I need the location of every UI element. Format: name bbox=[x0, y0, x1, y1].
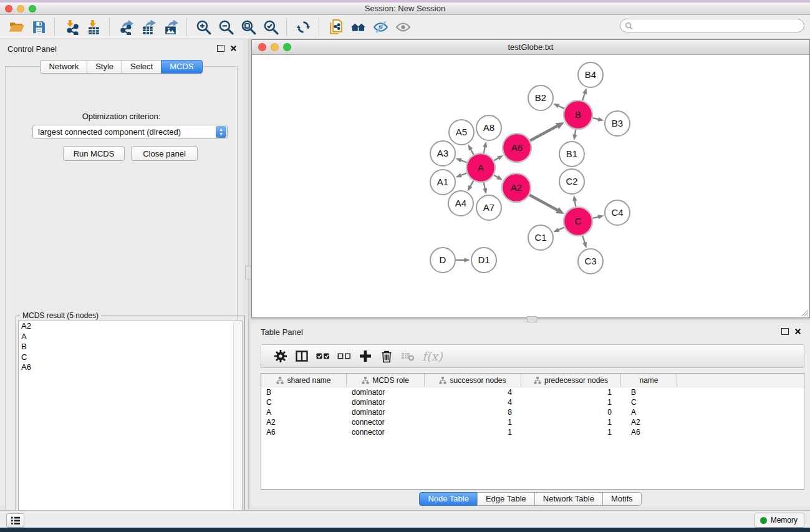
table-row[interactable]: Adominator80A bbox=[261, 407, 804, 417]
tab-mcds[interactable]: MCDS bbox=[161, 60, 202, 74]
edge-C-C4[interactable] bbox=[592, 217, 599, 218]
network-view[interactable]: AA1A2A3A4A5A6A7A8BB1B2B3B4CC1C2C3C4DD1 bbox=[252, 55, 809, 317]
float-panel-icon[interactable] bbox=[217, 45, 224, 52]
edge-A2-C[interactable] bbox=[529, 195, 557, 210]
table-row[interactable]: Bdominator41B bbox=[261, 387, 804, 397]
close-network-button[interactable] bbox=[258, 43, 266, 51]
run-mcds-button[interactable]: Run MCDS bbox=[63, 146, 125, 161]
tab-network-table[interactable]: Network Table bbox=[534, 492, 603, 506]
apply-layout-button[interactable] bbox=[292, 17, 314, 37]
home-button[interactable] bbox=[347, 17, 369, 37]
edge-A-A6[interactable] bbox=[494, 158, 499, 160]
table-row[interactable]: A2connector11A2 bbox=[261, 417, 804, 427]
tab-select[interactable]: Select bbox=[122, 60, 162, 74]
zoom-out-button[interactable] bbox=[215, 17, 237, 37]
table-row[interactable]: A6connector11A6 bbox=[261, 427, 804, 437]
mcds-result-item[interactable]: A6 bbox=[19, 362, 242, 373]
tab-node-table[interactable]: Node Table bbox=[419, 492, 478, 506]
column-header-name[interactable]: name bbox=[621, 374, 677, 387]
search-field[interactable] bbox=[620, 19, 804, 32]
tab-network[interactable]: Network bbox=[40, 60, 87, 74]
column-header-predecessor-nodes[interactable]: predecessor nodes bbox=[521, 374, 621, 387]
close-window-button[interactable] bbox=[5, 5, 12, 12]
arrowhead-icon bbox=[553, 228, 559, 232]
mcds-result-item[interactable]: A2 bbox=[19, 321, 242, 332]
edge-B-B2[interactable] bbox=[558, 106, 564, 109]
minimize-network-button[interactable] bbox=[271, 43, 279, 51]
import-network-button[interactable] bbox=[60, 17, 82, 37]
mcds-result-item[interactable]: C bbox=[19, 352, 242, 363]
edge-A-A3[interactable] bbox=[461, 160, 467, 163]
edge-A-A5[interactable] bbox=[471, 149, 474, 155]
table-cell: 4 bbox=[425, 388, 521, 397]
search-input[interactable] bbox=[633, 21, 791, 31]
close-table-panel-icon[interactable] bbox=[794, 328, 801, 335]
tab-style[interactable]: Style bbox=[87, 60, 122, 74]
edge-A-A8[interactable] bbox=[484, 147, 485, 153]
edge-A-A1[interactable] bbox=[461, 173, 467, 175]
node-table[interactable]: shared nameMCDS rolesuccessor nodesprede… bbox=[261, 373, 804, 490]
network-window-title: testGlobe.txt bbox=[252, 40, 809, 55]
edge-A-A7[interactable] bbox=[484, 183, 485, 190]
task-history-button[interactable] bbox=[6, 513, 24, 528]
minimize-window-button[interactable] bbox=[17, 5, 24, 12]
export-table-button[interactable] bbox=[137, 17, 160, 37]
zoom-in-button[interactable] bbox=[192, 17, 215, 37]
edge-C-C2[interactable] bbox=[575, 200, 576, 206]
edge-A-A4[interactable] bbox=[470, 181, 473, 186]
column-header-MCDS-role[interactable]: MCDS role bbox=[347, 374, 425, 387]
network-window-titlebar[interactable]: testGlobe.txt bbox=[252, 40, 809, 55]
add-column-button[interactable] bbox=[355, 347, 376, 365]
export-network-button[interactable] bbox=[115, 17, 137, 37]
graph-node-label: D1 bbox=[478, 254, 489, 265]
scrollbar[interactable] bbox=[233, 321, 242, 522]
tab-motifs[interactable]: Motifs bbox=[602, 492, 642, 506]
export-image-button[interactable] bbox=[160, 17, 182, 37]
delete-column-button[interactable] bbox=[376, 347, 397, 365]
mcds-result-list[interactable]: A2ABCA6 bbox=[18, 321, 243, 523]
table-settings-button[interactable] bbox=[270, 347, 291, 365]
edge-B-B3[interactable] bbox=[592, 118, 599, 119]
edge-B-B1[interactable] bbox=[575, 130, 576, 135]
close-panel-button[interactable]: Close panel bbox=[131, 146, 198, 161]
column-header-shared-name[interactable]: shared name bbox=[261, 374, 347, 387]
edge-A-A2[interactable] bbox=[494, 175, 498, 178]
edge-C-C3[interactable] bbox=[582, 236, 585, 243]
delete-table-button[interactable] bbox=[397, 347, 418, 365]
hide-selected-button[interactable] bbox=[369, 17, 392, 37]
memory-status-icon bbox=[760, 517, 767, 524]
function-builder-button[interactable]: f(x) bbox=[422, 349, 443, 363]
mcds-result-item[interactable]: B bbox=[19, 342, 242, 352]
gear-icon bbox=[274, 349, 287, 363]
optimization-criterion-select[interactable]: largest connected component (directed) ▲… bbox=[32, 125, 228, 139]
select-all-button[interactable] bbox=[312, 347, 334, 365]
clone-network-button[interactable] bbox=[324, 17, 347, 37]
mcds-result-item[interactable]: A bbox=[19, 332, 242, 342]
save-session-button[interactable] bbox=[27, 17, 50, 37]
float-table-panel-icon[interactable] bbox=[781, 328, 789, 335]
deselect-all-button[interactable] bbox=[334, 347, 355, 365]
show-all-button[interactable] bbox=[392, 17, 414, 37]
column-header-successor-nodes[interactable]: successor nodes bbox=[425, 374, 521, 387]
toolbar-separator bbox=[109, 18, 110, 36]
zoom-fit-button[interactable] bbox=[237, 17, 259, 37]
plus-icon bbox=[359, 349, 372, 363]
desktop-strip bbox=[0, 528, 810, 532]
edge-A6-B[interactable] bbox=[530, 126, 557, 141]
import-table-button[interactable] bbox=[82, 17, 105, 37]
table-row[interactable]: Cdominator41C bbox=[261, 397, 804, 407]
close-panel-icon[interactable] bbox=[230, 45, 237, 52]
maximize-network-button[interactable] bbox=[283, 43, 291, 51]
open-session-button[interactable] bbox=[5, 17, 27, 37]
zoom-selected-button[interactable] bbox=[259, 17, 282, 37]
split-view-button[interactable] bbox=[291, 347, 312, 365]
table-cell: dominator bbox=[347, 408, 425, 417]
resize-grip-icon[interactable] bbox=[800, 308, 809, 317]
tab-edge-table[interactable]: Edge Table bbox=[477, 492, 535, 506]
control-panel-header: Control Panel bbox=[0, 41, 243, 56]
edge-C-C1[interactable] bbox=[558, 228, 564, 230]
horizontal-splitter-grip[interactable] bbox=[527, 316, 537, 322]
edge-B-B4[interactable] bbox=[582, 93, 585, 100]
memory-button[interactable]: Memory bbox=[755, 513, 804, 528]
maximize-window-button[interactable] bbox=[29, 5, 36, 12]
